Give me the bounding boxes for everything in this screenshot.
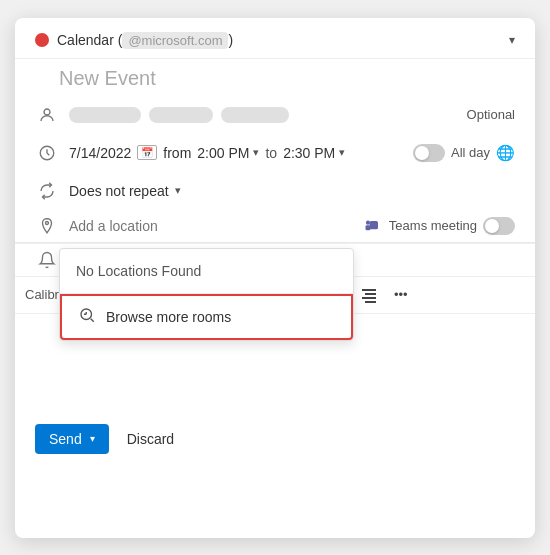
- teams-meeting-label: Teams meeting: [389, 218, 477, 233]
- repeat-chevron-icon: ▾: [175, 184, 181, 197]
- location-dropdown: No Locations Found Browse more rooms: [59, 248, 354, 341]
- calendar-label: Calendar (@microsoft.com): [57, 32, 501, 48]
- to-time-button[interactable]: 2:30 PM ▾: [283, 145, 345, 161]
- footer: Send ▾ Discard: [15, 414, 535, 464]
- event-date[interactable]: 7/14/2022: [69, 145, 131, 161]
- attendees-row: Optional: [15, 96, 535, 134]
- discard-button[interactable]: Discard: [119, 424, 182, 454]
- from-time-button[interactable]: 2:00 PM ▾: [197, 145, 259, 161]
- repeat-label: Does not repeat: [69, 183, 169, 199]
- teams-icon: [363, 216, 383, 236]
- send-button[interactable]: Send ▾: [35, 424, 109, 454]
- location-input[interactable]: [69, 218, 353, 234]
- clock-icon: [35, 144, 59, 162]
- allday-label: All day: [451, 145, 490, 160]
- allday-toggle[interactable]: All day: [413, 144, 490, 162]
- indent-button[interactable]: [355, 281, 383, 309]
- calendar-chevron-icon[interactable]: ▾: [509, 33, 515, 47]
- svg-rect-19: [362, 289, 376, 291]
- attendee-pill-3: [221, 107, 289, 123]
- teams-toggle-thumb: [485, 219, 499, 233]
- to-label: to: [265, 145, 277, 161]
- location-icon: [35, 217, 59, 235]
- date-time-content: 7/14/2022 📅 from 2:00 PM ▾ to 2:30 PM ▾ …: [69, 144, 515, 162]
- teams-section: Teams meeting: [363, 216, 515, 236]
- svg-rect-20: [365, 293, 376, 295]
- more-options-button[interactable]: •••: [387, 281, 415, 309]
- datetime-row: 7/14/2022 📅 from 2:00 PM ▾ to 2:30 PM ▾ …: [15, 134, 535, 172]
- browse-rooms-icon: [78, 306, 96, 328]
- attendee-pills[interactable]: [69, 107, 457, 123]
- to-time-chevron-icon: ▾: [339, 146, 345, 159]
- svg-point-0: [44, 109, 50, 115]
- browse-more-rooms-button[interactable]: Browse more rooms: [60, 294, 353, 340]
- location-row: Teams meeting No Locations Found Browse …: [15, 210, 535, 243]
- svg-point-4: [366, 220, 370, 224]
- from-time-chevron-icon: ▾: [253, 146, 259, 159]
- header: Calendar (@microsoft.com) ▾: [15, 18, 535, 59]
- svg-rect-3: [370, 221, 378, 229]
- teams-toggle[interactable]: [483, 217, 515, 235]
- svg-rect-5: [365, 225, 370, 230]
- svg-rect-22: [365, 301, 376, 303]
- optional-label: Optional: [467, 107, 515, 122]
- allday-toggle-track: [413, 144, 445, 162]
- browse-more-rooms-label: Browse more rooms: [106, 309, 231, 325]
- repeat-icon: [35, 182, 59, 200]
- allday-toggle-thumb: [415, 146, 429, 160]
- svg-rect-21: [362, 297, 376, 299]
- repeat-content[interactable]: Does not repeat ▾: [69, 183, 181, 199]
- repeat-row: Does not repeat ▾: [15, 172, 535, 210]
- svg-point-2: [46, 221, 49, 224]
- attendee-pill-1: [69, 107, 141, 123]
- person-icon: [35, 106, 59, 124]
- calendar-picker-icon[interactable]: 📅: [137, 145, 157, 160]
- bell-icon: [35, 251, 59, 269]
- from-label: from: [163, 145, 191, 161]
- send-chevron-icon: ▾: [90, 433, 95, 444]
- attendee-pill-2: [149, 107, 213, 123]
- no-results-label: No Locations Found: [60, 249, 353, 294]
- calendar-dot: [35, 33, 49, 47]
- new-event-title: New Event: [59, 67, 156, 89]
- new-event-title-row: New Event: [15, 59, 535, 96]
- timezone-globe-icon[interactable]: 🌐: [496, 144, 515, 162]
- send-label: Send: [49, 431, 82, 447]
- event-window: Calendar (@microsoft.com) ▾ New Event Op…: [15, 18, 535, 538]
